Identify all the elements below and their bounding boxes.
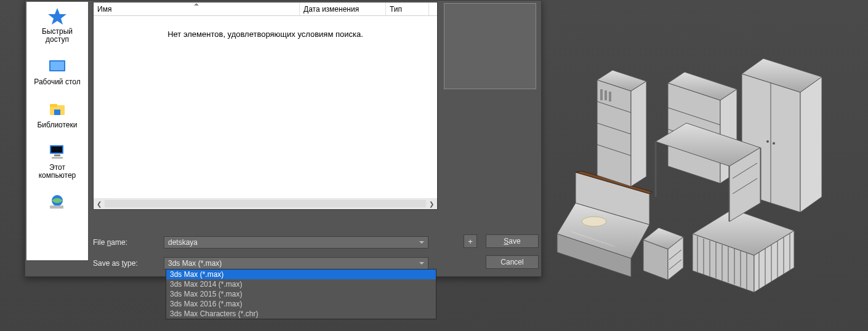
save-file-dialog: Быстрый доступ Рабочий стол Библиотеки bbox=[25, 0, 542, 277]
scroll-right-icon[interactable]: ❯ bbox=[426, 198, 437, 209]
chevron-down-icon bbox=[419, 262, 424, 265]
column-date[interactable]: Дата изменения bbox=[300, 2, 386, 15]
increment-button[interactable]: + bbox=[464, 234, 477, 248]
globe-icon bbox=[46, 193, 68, 212]
place-libraries[interactable]: Библиотеки bbox=[26, 100, 88, 129]
place-network[interactable] bbox=[26, 193, 88, 214]
place-this-pc[interactable]: Этот компьютер bbox=[26, 143, 88, 180]
svg-rect-55 bbox=[609, 92, 611, 102]
svg-rect-64 bbox=[54, 154, 60, 156]
filetype-option[interactable]: 3ds Max (*.max) bbox=[166, 269, 436, 279]
svg-marker-56 bbox=[48, 8, 66, 25]
computer-icon bbox=[46, 143, 68, 161]
thumbnail-preview bbox=[444, 3, 536, 89]
file-list-header: Имя Дата изменения Тип bbox=[94, 2, 437, 16]
save-button[interactable]: Save bbox=[486, 234, 539, 248]
libraries-icon bbox=[46, 100, 68, 119]
plus-icon: + bbox=[468, 237, 473, 246]
places-sidebar: Быстрый доступ Рабочий стол Библиотеки bbox=[26, 2, 88, 260]
svg-rect-54 bbox=[605, 90, 607, 100]
filetype-select[interactable]: 3ds Max (*.max) bbox=[164, 257, 428, 269]
filetype-option[interactable]: 3ds Max 2014 (*.max) bbox=[166, 279, 436, 289]
place-label: Этот компьютер bbox=[39, 164, 76, 180]
place-quick-access[interactable]: Быстрый доступ bbox=[26, 7, 88, 44]
place-label: Библиотеки bbox=[37, 121, 77, 129]
scroll-left-icon[interactable]: ❮ bbox=[94, 198, 105, 209]
svg-rect-58 bbox=[50, 62, 64, 70]
column-name[interactable]: Имя bbox=[94, 2, 300, 15]
desktop-icon bbox=[46, 57, 68, 76]
filename-input[interactable]: detskaya bbox=[164, 236, 428, 249]
svg-rect-60 bbox=[50, 104, 57, 107]
cancel-button[interactable]: Cancel bbox=[486, 255, 539, 269]
scroll-track[interactable] bbox=[105, 200, 426, 207]
filename-label: File name: bbox=[93, 238, 164, 247]
column-label: Дата изменения bbox=[303, 5, 359, 14]
horizontal-scrollbar[interactable]: ❮ ❯ bbox=[94, 198, 437, 209]
chevron-down-icon bbox=[419, 241, 424, 244]
star-icon bbox=[46, 7, 68, 25]
filetype-value: 3ds Max (*.max) bbox=[168, 259, 222, 268]
svg-rect-61 bbox=[54, 110, 60, 115]
svg-point-5 bbox=[582, 217, 606, 226]
file-list[interactable]: Имя Дата изменения Тип Нет элементов, уд… bbox=[93, 2, 438, 210]
sort-asc-icon bbox=[194, 3, 199, 6]
svg-marker-49 bbox=[631, 81, 646, 186]
filetype-option[interactable]: 3ds Max Characters (*.chr) bbox=[166, 309, 436, 319]
column-type[interactable]: Тип bbox=[386, 2, 429, 15]
svg-rect-67 bbox=[50, 205, 63, 209]
svg-rect-63 bbox=[51, 146, 62, 153]
filetype-dropdown[interactable]: 3ds Max (*.max) 3ds Max 2014 (*.max) 3ds… bbox=[166, 269, 436, 319]
svg-point-34 bbox=[773, 142, 775, 145]
svg-rect-53 bbox=[600, 89, 603, 100]
file-list-body: Нет элементов, удовлетворяющих условиям … bbox=[94, 16, 437, 198]
filetype-option[interactable]: 3ds Max 2016 (*.max) bbox=[166, 299, 436, 309]
filetype-label: Save as type: bbox=[93, 259, 164, 268]
filename-value: detskaya bbox=[168, 238, 198, 247]
column-label: Тип bbox=[390, 5, 402, 14]
place-label: Быстрый доступ bbox=[42, 28, 73, 44]
place-desktop[interactable]: Рабочий стол bbox=[26, 57, 88, 86]
filetype-row: Save as type: 3ds Max (*.max) bbox=[93, 257, 462, 270]
filetype-option[interactable]: 3ds Max 2015 (*.max) bbox=[166, 289, 436, 299]
place-label: Рабочий стол bbox=[34, 78, 80, 86]
svg-marker-31 bbox=[800, 77, 822, 212]
column-label: Имя bbox=[97, 5, 111, 14]
filename-row: File name: detskaya bbox=[93, 236, 462, 249]
svg-rect-65 bbox=[52, 157, 63, 159]
svg-point-33 bbox=[766, 140, 769, 143]
empty-message: Нет элементов, удовлетворяющих условиям … bbox=[94, 30, 437, 39]
